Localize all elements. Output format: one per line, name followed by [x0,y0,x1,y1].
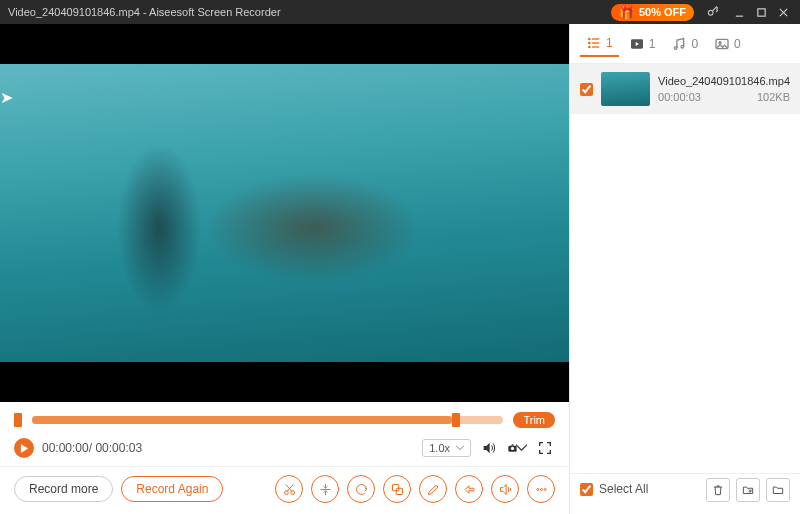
promo-text: 50% OFF [639,6,686,18]
file-checkbox[interactable] [580,83,593,96]
chevron-down-icon [456,445,464,451]
controls: Trim 00:00:00/ 00:00:03 1.0x [0,402,569,466]
open-folder-button[interactable] [766,478,790,502]
svg-point-19 [589,46,590,47]
bottom-actions: Record more Record Again [0,466,569,513]
trim-tool-button[interactable] [275,475,303,503]
minimize-button[interactable] [730,3,748,21]
video-frame [0,64,569,362]
svg-point-12 [536,488,538,490]
fullscreen-button[interactable] [535,438,555,458]
speed-select[interactable]: 1.0x [422,439,471,457]
playback-row: 00:00:00/ 00:00:03 1.0x [14,438,555,458]
track-fill [32,416,452,424]
tab-audio[interactable]: 0 [665,32,704,56]
tab-list[interactable]: 1 [580,31,619,57]
svg-point-25 [719,41,721,43]
preview-panel: ➤ Trim 00:00:00/ 00:00:03 1.0x [0,24,570,514]
delete-button[interactable] [706,478,730,502]
svg-point-23 [681,45,684,48]
music-icon [671,36,687,52]
svg-point-13 [540,488,542,490]
file-duration: 00:00:03 [658,91,701,103]
trim-start-handle[interactable] [14,413,22,427]
svg-point-22 [675,46,678,49]
trim-end-handle[interactable] [452,413,460,427]
record-more-button[interactable]: Record more [14,476,113,502]
select-all-checkbox[interactable] [580,483,593,496]
video-icon [629,36,645,52]
svg-rect-2 [757,8,764,15]
file-name: Video_240409101846.mp4 [658,75,790,87]
more-button[interactable] [527,475,555,503]
svg-point-17 [589,42,590,43]
image-icon [714,36,730,52]
time-display: 00:00:00/ 00:00:03 [42,441,142,455]
file-item[interactable]: Video_240409101846.mp4 00:00:03 102KB [570,64,800,114]
merge-button[interactable] [383,475,411,503]
share-button[interactable] [491,475,519,503]
gift-icon: 🎁 [619,5,635,20]
video-area[interactable]: ➤ [0,24,569,402]
key-icon[interactable] [706,4,720,20]
export-button[interactable] [455,475,483,503]
play-button[interactable] [14,438,34,458]
timeline-track[interactable] [32,416,503,424]
trim-button[interactable]: Trim [513,412,555,428]
history-footer: Select All [570,473,800,514]
compress-button[interactable] [311,475,339,503]
close-button[interactable] [774,3,792,21]
svg-rect-10 [392,484,398,490]
open-file-button[interactable] [736,478,760,502]
svg-point-15 [589,38,590,39]
file-size: 102KB [757,91,790,103]
file-meta: Video_240409101846.mp4 00:00:03 102KB [658,75,790,103]
promo-badge[interactable]: 🎁 50% OFF [611,4,694,21]
timeline[interactable]: Trim [14,412,555,428]
maximize-button[interactable] [752,3,770,21]
select-all-label: Select All [599,482,648,496]
file-thumbnail [601,72,650,106]
convert-button[interactable] [347,475,375,503]
svg-rect-11 [396,488,402,494]
title-bar: Video_240409101846.mp4 - Aiseesoft Scree… [0,0,800,24]
svg-point-14 [544,488,546,490]
svg-point-7 [511,447,514,450]
snapshot-button[interactable] [507,438,527,458]
edit-button[interactable] [419,475,447,503]
history-panel: 1 1 0 0 Video_240409101846.mp4 [570,24,800,514]
tabs: 1 1 0 0 [570,24,800,64]
window-title: Video_240409101846.mp4 - Aiseesoft Scree… [8,6,611,18]
volume-button[interactable] [479,438,499,458]
file-list: Video_240409101846.mp4 00:00:03 102KB [570,64,800,473]
tab-image[interactable]: 0 [708,32,747,56]
svg-rect-5 [14,413,22,427]
svg-point-0 [708,10,713,15]
chevron-down-icon [516,440,527,456]
tab-video[interactable]: 1 [623,32,662,56]
list-icon [586,35,602,51]
record-again-button[interactable]: Record Again [121,476,223,502]
